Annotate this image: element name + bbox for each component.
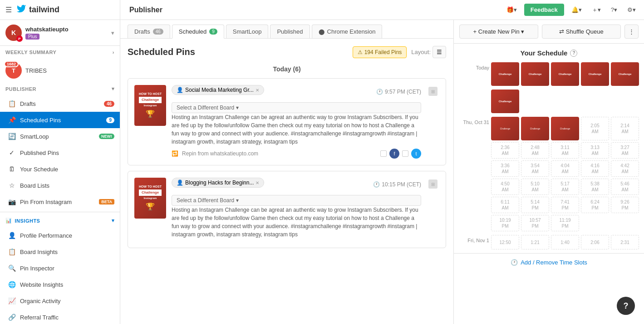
slot-thu-21[interactable]: 6:11AM bbox=[491, 197, 519, 213]
sidebar-item-publisher-header[interactable]: PUBLISHER ▾ bbox=[0, 82, 120, 95]
board-tag-2[interactable]: 👤 Blogging Hacks for Beginn... ✕ bbox=[172, 178, 264, 188]
smartloop-icon: 🔄 bbox=[7, 132, 16, 141]
board-select-button-2[interactable]: Select a Different Board ▾ bbox=[172, 195, 421, 206]
slot-today-1[interactable]: Challenge bbox=[491, 62, 519, 86]
slot-thu-2[interactable]: Challenge bbox=[521, 117, 549, 140]
slot-thu-5[interactable]: 2:14AM bbox=[611, 117, 639, 140]
sidebar-item-website-insights[interactable]: 🌐 Website Insights bbox=[0, 276, 120, 293]
slot-thu-16[interactable]: 4:50AM bbox=[491, 179, 519, 195]
shuffle-queue-button[interactable]: ⇄ Shuffle Queue bbox=[542, 25, 621, 39]
twitter-icon[interactable]: t bbox=[411, 149, 421, 159]
slot-thu-9[interactable]: 3:13AM bbox=[581, 142, 609, 159]
pin-drag-handle[interactable]: ⊞ bbox=[427, 85, 439, 159]
slot-thu-24[interactable]: 6:24PM bbox=[581, 197, 609, 213]
slot-thu-8[interactable]: 3:11AM bbox=[551, 142, 579, 159]
content-header: Scheduled Pins ⚠ 194 Failed Pins Layout:… bbox=[128, 46, 446, 58]
slot-today-2[interactable]: Challenge bbox=[521, 62, 549, 86]
board-select-button-1[interactable]: Select a Different Board ▾ bbox=[172, 102, 421, 113]
slot-thu-10[interactable]: 3:27AM bbox=[611, 142, 639, 159]
tab-chrome-extension[interactable]: ⬤ Chrome Extension bbox=[312, 25, 383, 38]
slot-today-6[interactable]: Challenge bbox=[491, 90, 519, 113]
notifications-button[interactable]: 🔔▾ bbox=[569, 5, 585, 15]
day-header-today: Today (6) bbox=[128, 65, 446, 73]
slot-today-3[interactable]: Challenge bbox=[551, 62, 579, 86]
user-chevron-icon[interactable]: ▾ bbox=[111, 30, 114, 36]
slot-thu-27[interactable]: 10:57PM bbox=[521, 215, 549, 231]
slot-today-4[interactable]: Challenge bbox=[581, 62, 609, 86]
slot-thu-28[interactable]: 11:19PM bbox=[551, 215, 579, 231]
slot-thu-20[interactable]: 5:46AM bbox=[611, 179, 639, 195]
sidebar-item-smartloop[interactable]: 🔄 SmartLoop NEW! bbox=[0, 128, 120, 145]
sidebar-item-weekly-summary[interactable]: WEEKLY SUMMARY › bbox=[0, 46, 120, 59]
gift-button[interactable]: 🎁▾ bbox=[504, 5, 520, 15]
slot-thu-18[interactable]: 5:17AM bbox=[551, 179, 579, 195]
settings-button[interactable]: ⚙▾ bbox=[624, 5, 639, 15]
schedule-help-icon[interactable]: ? bbox=[570, 50, 577, 57]
layout-button[interactable]: ☰ bbox=[433, 46, 446, 58]
sidebar-item-referral-traffic[interactable]: 🔗 Referral Traffic bbox=[0, 309, 120, 324]
slot-thu-25[interactable]: 9:26PM bbox=[611, 197, 639, 213]
sidebar-item-your-schedule[interactable]: 🗓 Your Schedule bbox=[0, 161, 120, 177]
twitter-checkbox-1[interactable] bbox=[402, 150, 408, 157]
more-options-button[interactable]: ⋮ bbox=[624, 25, 639, 39]
slot-thu-22[interactable]: 5:14PM bbox=[521, 197, 549, 213]
slot-fri-4[interactable]: 2:06 bbox=[581, 235, 609, 249]
today-label-2 bbox=[457, 90, 489, 92]
slot-fri-2[interactable]: 1:21 bbox=[521, 235, 549, 249]
slot-thu-13[interactable]: 4:04AM bbox=[551, 160, 579, 177]
slot-thu-12[interactable]: 3:54AM bbox=[521, 160, 549, 177]
right-panel-toolbar: + Create New Pin ▾ ⇄ Shuffle Queue ⋮ bbox=[454, 20, 644, 44]
slot-thu-17[interactable]: 5:10AM bbox=[521, 179, 549, 195]
sidebar-item-drafts[interactable]: 📋 Drafts 46 bbox=[0, 95, 120, 112]
facebook-icon[interactable]: f bbox=[389, 149, 399, 159]
pinterest-badge: P bbox=[16, 35, 23, 42]
slot-thu-3[interactable]: Challenge bbox=[551, 117, 579, 140]
slot-thu-23[interactable]: 7:41PM bbox=[551, 197, 579, 213]
sidebar-item-profile-performance[interactable]: 👤 Profile Performance bbox=[0, 227, 120, 244]
slot-thu-7[interactable]: 2:48AM bbox=[521, 142, 549, 159]
feedback-button[interactable]: Feedback bbox=[524, 4, 564, 16]
slot-thu-4[interactable]: 2:05AM bbox=[581, 117, 609, 140]
failed-pins-badge[interactable]: ⚠ 194 Failed Pins bbox=[353, 46, 407, 58]
sidebar-item-scheduled-pins[interactable]: 📌 Scheduled Pins 9 bbox=[0, 112, 120, 128]
tab-drafts[interactable]: Drafts 46 bbox=[128, 25, 170, 38]
board-tag-close-icon[interactable]: ✕ bbox=[256, 88, 259, 93]
slot-thu-15[interactable]: 4:42AM bbox=[611, 160, 639, 177]
board-tag-2-close-icon[interactable]: ✕ bbox=[256, 180, 259, 185]
tab-smartloop-label: SmartLoop bbox=[233, 28, 262, 35]
tab-smartloop[interactable]: SmartLoop bbox=[226, 25, 269, 38]
add-remove-time-slots-button[interactable]: 🕐 Add / Remove Time Slots bbox=[454, 253, 644, 271]
slot-thu-11[interactable]: 3:36AM bbox=[491, 160, 519, 177]
tab-scheduled[interactable]: Scheduled 9 bbox=[172, 25, 224, 39]
slot-thu-26[interactable]: 10:19PM bbox=[491, 215, 519, 231]
sidebar-insights-header[interactable]: 📊 INSIGHTS ▾ bbox=[0, 214, 120, 227]
sidebar-item-published-pins[interactable]: ✓ Published Pins bbox=[0, 145, 120, 161]
hamburger-icon[interactable]: ☰ bbox=[5, 5, 12, 14]
pin-drag-handle-2[interactable]: ⊞ bbox=[427, 178, 439, 241]
sidebar-item-tribes[interactable]: 1682 T TRIBES bbox=[0, 59, 120, 82]
slot-thu-6[interactable]: 2:36AM bbox=[491, 142, 519, 159]
sidebar-item-board-lists[interactable]: ☆ Board Lists bbox=[0, 177, 120, 194]
sidebar-item-pin-inspector[interactable]: 🔍 Pin Inspector bbox=[0, 260, 120, 276]
slot-thu-1[interactable]: Challenge bbox=[491, 117, 519, 140]
help-button[interactable]: ?▾ bbox=[608, 5, 620, 15]
slot-thu-19[interactable]: 5:38AM bbox=[581, 179, 609, 195]
slot-fri-3[interactable]: 1:40 bbox=[551, 235, 579, 249]
sidebar-item-pin-from-instagram[interactable]: 📷 Pin From Instagram BETA bbox=[0, 194, 120, 210]
facebook-checkbox-1[interactable] bbox=[380, 150, 387, 157]
slot-fri-5[interactable]: 2:31 bbox=[611, 235, 639, 249]
tab-published[interactable]: Published bbox=[270, 25, 310, 38]
slot-today-5[interactable]: Challenge bbox=[611, 62, 639, 86]
sidebar-user[interactable]: K P whatskatieupto Plus ▾ bbox=[0, 20, 120, 46]
create-new-pin-button[interactable]: + Create New Pin ▾ bbox=[459, 25, 538, 39]
sidebar-item-organic-activity[interactable]: 📈 Organic Activity bbox=[0, 293, 120, 309]
sidebar-item-board-insights[interactable]: 📋 Board Insights bbox=[0, 244, 120, 260]
help-fab-button[interactable]: ? bbox=[617, 297, 635, 315]
board-tag-1[interactable]: 👤 Social Media Marketing Gr... ✕ bbox=[172, 85, 264, 95]
schedule-row-fri: Fri, Nov 1 12:50 1:21 1:40 2:06 2:31 bbox=[457, 235, 640, 249]
slot-thu-14[interactable]: 4:16AM bbox=[581, 160, 609, 177]
pin-image-2: HOW TO HOST Challenge Instagram 🏆 bbox=[134, 178, 166, 219]
add-button[interactable]: ＋▾ bbox=[589, 4, 604, 16]
top-nav-center: Publisher bbox=[120, 6, 498, 14]
slot-fri-1[interactable]: 12:50 bbox=[491, 235, 519, 249]
